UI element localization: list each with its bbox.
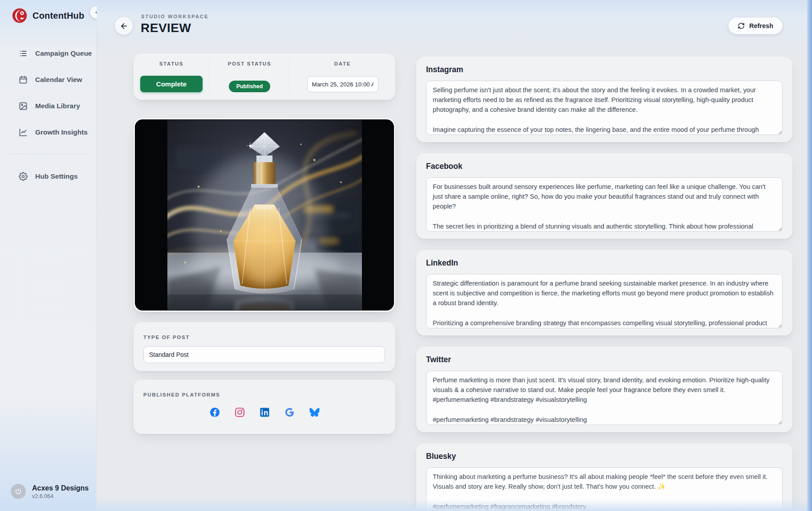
- post-platform-title: Facebook: [426, 162, 783, 171]
- post-card-bluesky: Bluesky Thinking about marketing a perfu…: [416, 443, 792, 511]
- post-platform-title: LinkedIn: [426, 258, 783, 268]
- refresh-button[interactable]: Refresh: [728, 17, 783, 34]
- page-title: REVIEW: [141, 21, 191, 35]
- contenthub-logo-icon: [12, 8, 27, 23]
- published-platforms-card: PUBLISHED PLATFORMS: [134, 380, 395, 434]
- post-content-textarea-instagram[interactable]: Selling perfume isn't just about the sce…: [426, 81, 783, 135]
- main-content: STUDIO WORKSPACE REVIEW Refresh STATUS C…: [97, 0, 812, 511]
- product-image-card: [134, 118, 395, 312]
- post-content-textarea-facebook[interactable]: For businesses built around sensory expe…: [426, 177, 783, 232]
- post-content-textarea-linkedin[interactable]: Strategic differentiation is paramount f…: [426, 274, 783, 328]
- sidebar-item-media-library[interactable]: Media Library: [0, 95, 96, 117]
- status-column: STATUS Complete: [134, 60, 209, 93]
- sidebar-item-label: Media Library: [35, 102, 80, 110]
- post-platform-title: Instagram: [426, 65, 783, 74]
- post-content-textarea-bluesky[interactable]: Thinking about marketing a perfume busin…: [426, 467, 783, 511]
- workspace-eyebrow: STUDIO WORKSPACE: [141, 14, 209, 19]
- refresh-label: Refresh: [749, 22, 773, 29]
- post-status-column: POST STATUS Published: [209, 60, 289, 93]
- status-card: STATUS Complete POST STATUS Published DA…: [134, 53, 395, 100]
- arrow-left-icon: [120, 22, 128, 30]
- sidebar: ContentHub Campaign Queue Calendar View: [0, 0, 97, 511]
- linkedin-icon: [260, 407, 270, 417]
- sidebar-settings-section: Hub Settings: [0, 165, 96, 188]
- date-input[interactable]: [307, 76, 378, 92]
- post-card-facebook: Facebook For businesses built around sen…: [416, 153, 792, 239]
- published-platforms-label: PUBLISHED PLATFORMS: [143, 392, 386, 397]
- facebook-icon: [210, 407, 220, 417]
- power-icon: [15, 488, 22, 495]
- product-photo: [135, 119, 394, 311]
- status-complete-button[interactable]: Complete: [140, 76, 203, 92]
- google-icon: [284, 407, 295, 417]
- instagram-icon: [235, 407, 245, 417]
- account-name: Acxes 9 Designs: [32, 484, 89, 492]
- gear-icon: [19, 172, 28, 181]
- generated-posts-column: Instagram Selling perfume isn't just abo…: [416, 57, 792, 511]
- calendar-icon: [19, 75, 28, 84]
- page-scrollbar[interactable]: [807, 0, 812, 511]
- platform-icon-row: [143, 407, 386, 417]
- post-content-textarea-twitter[interactable]: Perfume marketing is more than just scen…: [426, 371, 783, 425]
- sidebar-item-hub-settings[interactable]: Hub Settings: [0, 165, 96, 188]
- back-button[interactable]: [115, 17, 133, 35]
- power-button[interactable]: [11, 484, 26, 499]
- type-of-post-input[interactable]: [143, 346, 385, 363]
- brand-logo-row: ContentHub: [12, 8, 84, 23]
- image-icon: [19, 102, 28, 110]
- post-card-twitter: Twitter Perfume marketing is more than j…: [416, 347, 792, 432]
- date-label: DATE: [334, 61, 351, 66]
- status-label: STATUS: [159, 61, 184, 66]
- date-column: DATE: [289, 60, 395, 93]
- account-info: Acxes 9 Designs v2.6.064: [32, 484, 89, 499]
- sidebar-item-label: Growth Insights: [35, 128, 88, 136]
- sidebar-item-label: Hub Settings: [35, 172, 78, 180]
- post-platform-title: Bluesky: [426, 452, 783, 461]
- sidebar-item-label: Calendar View: [35, 76, 82, 84]
- app-version: v2.6.064: [32, 493, 89, 499]
- brand-name: ContentHub: [32, 11, 84, 21]
- line-chart-icon: [19, 128, 28, 137]
- type-of-post-label: TYPE OF POST: [143, 335, 386, 340]
- post-card-linkedin: LinkedIn Strategic differentiation is pa…: [416, 250, 792, 335]
- account-section: Acxes 9 Designs v2.6.064: [11, 484, 89, 499]
- perfume-bottle-image: [167, 120, 362, 310]
- post-platform-title: Twitter: [426, 355, 783, 364]
- post-status-label: POST STATUS: [228, 61, 272, 66]
- sidebar-item-calendar-view[interactable]: Calendar View: [0, 69, 96, 91]
- refresh-icon: [738, 22, 745, 29]
- sidebar-nav: Campaign Queue Calendar View Media Libra…: [0, 42, 96, 143]
- app-window: ContentHub Campaign Queue Calendar View: [0, 0, 812, 511]
- post-card-instagram: Instagram Selling perfume isn't just abo…: [416, 57, 792, 142]
- sidebar-item-growth-insights[interactable]: Growth Insights: [0, 121, 96, 143]
- post-status-badge: Published: [229, 81, 271, 92]
- bluesky-icon: [309, 407, 320, 417]
- type-of-post-card: TYPE OF POST: [134, 322, 395, 371]
- sidebar-item-label: Campaign Queue: [35, 49, 92, 57]
- sidebar-divider: [7, 154, 89, 154]
- sidebar-item-campaign-queue[interactable]: Campaign Queue: [0, 42, 96, 65]
- list-icon: [19, 49, 28, 58]
